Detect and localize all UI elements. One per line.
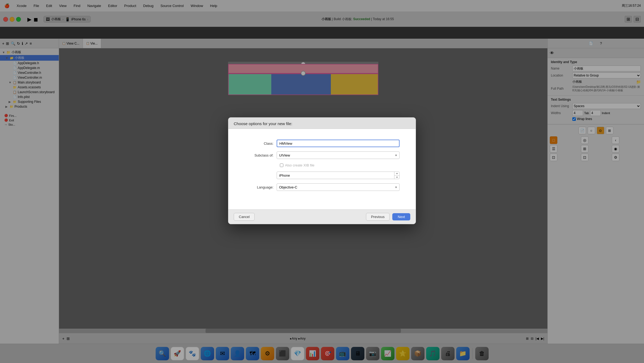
next-button[interactable]: Next [392,213,410,220]
dialog-header: Choose options for your new file: [228,118,416,129]
language-row: Language: Objective-C Swift ▼ [244,183,400,191]
previous-button[interactable]: Previous [366,213,390,221]
class-row: Class: [244,140,400,147]
subclass-select[interactable]: UIView UIViewController UITableView UICo… [277,151,400,159]
stepper-up-btn[interactable]: ▲ [394,172,400,176]
subclass-row: Subclass of: UIView UIViewController UIT… [244,151,400,159]
dialog-title: Choose options for your new file: [234,121,410,126]
xib-row: Also create XIB file [244,163,400,167]
language-select-container: Objective-C Swift ▼ [277,183,400,191]
subclass-label: Subclass of: [244,153,277,157]
stepper-arrows: ▲ ▼ [394,172,400,179]
dialog-body: Class: Subclass of: UIView UIViewControl… [228,129,416,209]
class-label: Class: [244,141,277,146]
stepper-down-btn[interactable]: ▼ [394,176,400,179]
xib-checkbox[interactable] [280,164,283,167]
device-stepper[interactable] [277,172,400,179]
dialog-footer: Cancel Previous Next [228,209,416,224]
cancel-button[interactable]: Cancel [234,213,255,221]
device-stepper-container: ▲ ▼ [277,172,400,179]
new-file-dialog: Choose options for your new file: Class:… [228,117,416,224]
language-label: Language: [244,185,277,189]
class-input[interactable] [277,140,400,147]
dialog-overlay: Choose options for your new file: Class:… [0,0,644,363]
language-select[interactable]: Objective-C Swift [277,183,400,191]
subclass-select-container: UIView UIViewController UITableView UICo… [277,151,400,159]
xib-label: Also create XIB file [285,163,314,167]
device-row: ▲ ▼ [244,172,400,179]
